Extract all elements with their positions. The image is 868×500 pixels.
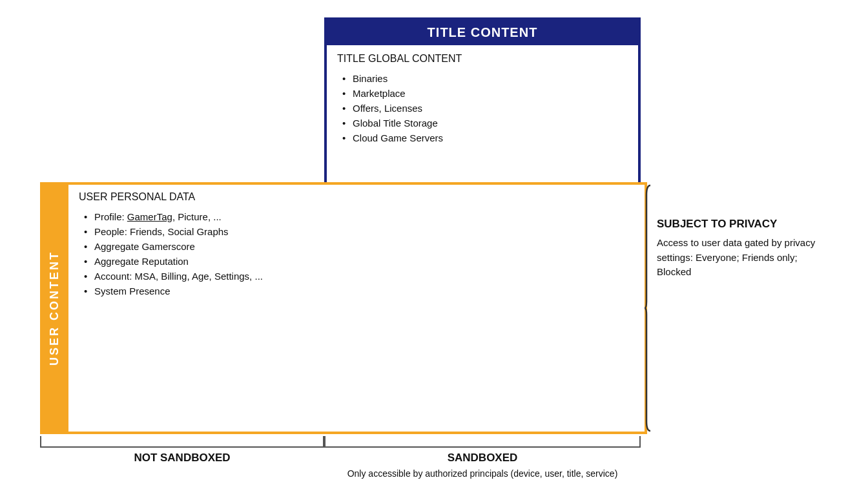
- list-item: Offers, Licenses: [340, 101, 628, 116]
- not-sandboxed-bracket: [40, 436, 324, 448]
- privacy-title: SUBJECT TO PRIVACY: [657, 218, 831, 231]
- list-item: Aggregate Reputation: [81, 254, 314, 269]
- title-content-header: TITLE CONTENT: [327, 20, 638, 45]
- not-sandboxed-label: NOT SANDBOXED: [40, 452, 324, 464]
- sandboxed-bracket: [324, 436, 641, 448]
- list-item: System Presence: [81, 284, 314, 298]
- list-item: Aggregate Gamerscore: [81, 239, 314, 254]
- list-item: Profile: GamerTag, Picture, ...: [81, 209, 314, 224]
- sandboxed-subtext: Only accessible by authorized principals…: [324, 467, 641, 481]
- privacy-text: Access to user data gated by privacy set…: [657, 236, 831, 280]
- user-content-label-text: USER CONTENT: [48, 251, 61, 366]
- sandboxed-area: SANDBOXED Only accessible by authorized …: [324, 436, 641, 481]
- list-item: Account: MSA, Billing, Age, Settings, ..…: [81, 269, 314, 284]
- list-item: People: Friends, Social Graphs: [81, 224, 314, 239]
- user-personal-list: Profile: GamerTag, Picture, ... People: …: [79, 209, 314, 298]
- gamertag-link: GamerTag: [127, 211, 172, 222]
- user-personal-section: USER PERSONAL DATA Profile: GamerTag, Pi…: [68, 182, 324, 434]
- title-global-list: Binaries Marketplace Offers, Licenses Gl…: [337, 71, 628, 145]
- not-sandboxed-area: NOT SANDBOXED: [40, 436, 324, 464]
- user-content-label-bar: USER CONTENT: [40, 182, 68, 434]
- sandboxed-label: SANDBOXED: [324, 452, 641, 464]
- title-global-heading: TITLE GLOBAL CONTENT: [337, 53, 628, 65]
- user-personal-heading: USER PERSONAL DATA: [79, 191, 314, 203]
- list-item: Binaries: [340, 71, 628, 86]
- list-item: Cloud Game Servers: [340, 130, 628, 145]
- list-item: Global Title Storage: [340, 116, 628, 130]
- privacy-box: SUBJECT TO PRIVACY Access to user data g…: [657, 218, 831, 280]
- privacy-brace-svg: [643, 182, 657, 434]
- list-item: Marketplace: [340, 86, 628, 101]
